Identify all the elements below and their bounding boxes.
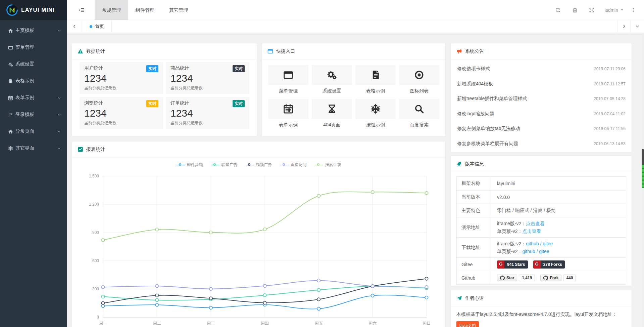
version-row: 框架名称layuimini (457, 177, 626, 190)
legend-marker-icon (211, 163, 219, 167)
legend-item-邮件营销[interactable]: 邮件营销 (177, 162, 203, 168)
stat-panel: 订单统计实时1234当前分类总记录数 (166, 97, 249, 129)
legend-marker-icon (177, 163, 185, 167)
github-badge[interactable]: Star1,419 (497, 275, 535, 281)
link-gitee[interactable]: gitee (539, 249, 549, 254)
stat-label: 订单统计 (170, 100, 189, 106)
tab-bar: 首页 (67, 20, 644, 33)
announcement-row[interactable]: 修复多模块菜单栏展开有问题2019-06-13 14:53 (451, 136, 632, 152)
bullhorn-icon (456, 48, 462, 54)
stat-label: 商品统计 (170, 65, 189, 71)
gitee-badge[interactable]: G278 Forks (533, 260, 565, 269)
home-icon (8, 28, 15, 33)
stat-panel: 商品统计实时1234当前分类总记录数 (166, 62, 249, 94)
window-icon (268, 65, 308, 85)
layui-docs-badge[interactable]: layui文档 (456, 321, 479, 327)
flag-icon (8, 112, 15, 117)
quick-entry-label: 404页面 (312, 122, 352, 128)
svg-text:900: 900 (92, 230, 99, 235)
link-点击查看[interactable]: 点击查看 (526, 221, 545, 226)
snowflake-icon (355, 99, 396, 119)
calendar-icon (268, 99, 308, 119)
version-card-title: 版本信息 (465, 161, 484, 167)
fullscreen-button[interactable] (583, 7, 600, 13)
legend-marker-icon (315, 163, 323, 167)
sidebar-menu: 主页模板菜单管理系统设置表格示例表单示例登录模板异常页面其它界面 (0, 20, 67, 157)
link-prefix: iframe版-v2： (497, 241, 526, 246)
file-icon (8, 79, 15, 84)
sidebar-item-label: 表单示例 (15, 95, 34, 101)
quick-entry-表单示例[interactable]: 表单示例 (268, 99, 308, 128)
github-icon (500, 276, 505, 280)
version-card-header: 版本信息 (451, 156, 632, 172)
sidebar-item-table-demo[interactable]: 表格示例 (0, 73, 67, 89)
announcement-row[interactable]: 修改选项卡样式2019-07-11 23:06 (451, 62, 632, 77)
sidebar-item-form-demo[interactable]: 表单示例 (0, 89, 67, 106)
link-github[interactable]: github (522, 249, 535, 254)
svg-text:1,500: 1,500 (89, 174, 99, 178)
github-badge[interactable]: Fork440 (540, 275, 576, 281)
gitee-badge[interactable]: G941 Stars (497, 260, 528, 269)
nav-tab-1[interactable]: 组件管理 (128, 0, 162, 20)
announcement-row[interactable]: 修复左侧菜单缩放tab无法移动2019-06-17 11:55 (451, 121, 632, 136)
legend-item-直接访问[interactable]: 直接访问 (280, 162, 307, 168)
link-github[interactable]: github (526, 241, 539, 246)
logo[interactable]: LAYUI MINI (0, 0, 67, 20)
stats-card-title: 数据统计 (86, 48, 105, 54)
sidebar-item-login-template[interactable]: 登录模板 (0, 106, 67, 123)
version-link-line: 单页版-v2：github / gitee (497, 248, 623, 255)
announcement-date: 2019-07-04 11:02 (594, 112, 626, 116)
sidebar-item-home-template[interactable]: 主页模板 (0, 22, 67, 39)
tab-home[interactable]: 首页 (82, 20, 112, 33)
sidebar-item-error-page[interactable]: 异常页面 (0, 123, 67, 140)
menu-fold-button[interactable] (67, 7, 95, 13)
legend-item-视频广告[interactable]: 视频广告 (246, 162, 272, 168)
tabs-scroll-left-button[interactable] (67, 20, 82, 33)
version-row-label: Gitee (457, 258, 490, 271)
stat-caption: 当前分类总记录数 (170, 120, 245, 126)
stat-value: 1234 (84, 72, 158, 84)
link-点击查看[interactable]: 点击查看 (522, 229, 541, 234)
version-row-value: Star1,419Fork440 (490, 271, 626, 284)
quick-entry-按钮示例[interactable]: 按钮示例 (355, 99, 396, 128)
user-menu[interactable]: admin (605, 7, 624, 13)
quick-entry-图标列表[interactable]: 图标列表 (399, 65, 439, 94)
sidebar-item-label: 主页模板 (15, 28, 34, 34)
nav-tab-0[interactable]: 常规管理 (95, 0, 128, 20)
chart-legend: 邮件营销联盟广告视频广告直接访问搜索引擎 (72, 158, 445, 171)
quick-entry-表格示例[interactable]: 表格示例 (355, 65, 396, 94)
quick-entry-百度搜索[interactable]: 百度搜索 (399, 99, 439, 128)
search-icon (399, 99, 439, 119)
clear-cache-button[interactable] (566, 7, 583, 13)
quick-entry-404页面[interactable]: 404页面 (312, 99, 352, 128)
svg-text:周日: 周日 (423, 321, 431, 326)
tab-label: 首页 (95, 24, 104, 30)
quick-entry-系统设置[interactable]: 系统设置 (312, 65, 352, 94)
sidebar-item-menu-manage[interactable]: 菜单管理 (0, 39, 67, 56)
announcement-text: 新增系统404模板 (457, 81, 493, 87)
announcement-row[interactable]: 新增系统404模板2019-07-11 12:57 (451, 77, 632, 92)
link-gitee[interactable]: gitee (543, 241, 553, 246)
stat-badge: 实时 (233, 100, 245, 107)
more-menu-button[interactable] (626, 7, 639, 13)
legend-item-搜索引擎[interactable]: 搜索引擎 (315, 162, 341, 168)
tabs-scroll-right-button[interactable] (617, 20, 631, 33)
window-icon (267, 48, 273, 54)
announcement-row[interactable]: 修改logo缩放问题2019-07-04 11:02 (451, 107, 632, 122)
quick-entry-菜单管理[interactable]: 菜单管理 (268, 65, 308, 94)
announce-card-header: 系统公告 (451, 43, 632, 59)
nav-tab-2[interactable]: 其它管理 (162, 0, 195, 20)
sidebar-item-other-ui[interactable]: 其它界面 (0, 140, 67, 157)
author-card-header: 作者心语 (451, 290, 632, 306)
legend-item-联盟广告[interactable]: 联盟广告 (211, 162, 238, 168)
quick-grid: 菜单管理系统设置表格示例图标列表表单示例404页面按钮示例百度搜索 (262, 59, 445, 133)
quick-card-title: 快捷入口 (276, 48, 295, 54)
refresh-button[interactable] (550, 7, 566, 13)
scrollbar-thumb[interactable] (642, 149, 644, 188)
announcement-row[interactable]: 新增treetable插件和菜单管理样式2019-07-05 14:28 (451, 91, 632, 107)
tabs-menu-button[interactable] (631, 20, 644, 33)
sidebar-item-system-setting[interactable]: 系统设置 (0, 56, 67, 73)
scrollbar[interactable] (641, 33, 644, 327)
stat-value: 1234 (84, 107, 158, 119)
sidebar-item-label: 异常页面 (15, 128, 34, 134)
